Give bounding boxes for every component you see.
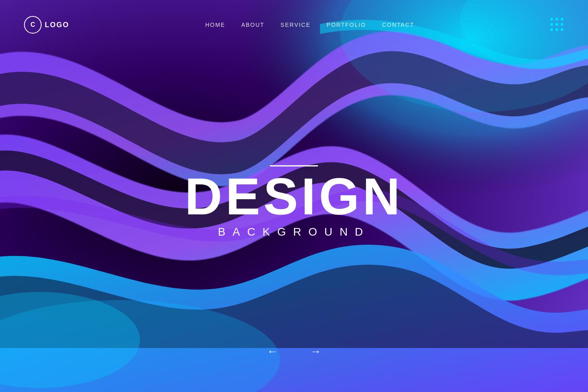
nav-links: HOME ABOUT SERVICE PORTFOLIO CONTACT — [205, 21, 414, 28]
dot-6 — [561, 23, 563, 26]
nav-item-contact[interactable]: CONTACT — [382, 21, 414, 28]
hero-section: C LOGO HOME ABOUT SERVICE PORTFOLIO CONT… — [0, 0, 588, 392]
nav-arrows: ← → — [263, 343, 325, 360]
nav-link-contact[interactable]: CONTACT — [382, 22, 414, 28]
nav-link-home[interactable]: HOME — [205, 22, 225, 28]
dot-3 — [561, 18, 563, 20]
logo-circle: C — [24, 16, 42, 34]
dot-1 — [550, 18, 553, 20]
dot-7 — [550, 28, 553, 31]
design-title: DESIGN — [185, 170, 403, 222]
nav-item-about[interactable]: ABOUT — [241, 21, 264, 28]
nav-link-portfolio[interactable]: PORTFOLIO — [327, 22, 366, 28]
dot-9 — [561, 28, 563, 31]
menu-dots-icon[interactable] — [550, 18, 564, 32]
logo-c-char: C — [30, 21, 35, 28]
logo-text: LOGO — [45, 21, 69, 29]
navbar: C LOGO HOME ABOUT SERVICE PORTFOLIO CONT… — [0, 0, 588, 50]
background-subtitle: BACKGROUND — [185, 226, 403, 238]
nav-link-service[interactable]: SERVICE — [280, 22, 310, 28]
nav-item-service[interactable]: SERVICE — [280, 21, 310, 28]
nav-item-home[interactable]: HOME — [205, 21, 225, 28]
dot-2 — [556, 18, 558, 20]
prev-arrow-button[interactable]: ← — [263, 343, 282, 360]
nav-item-portfolio[interactable]: PORTFOLIO — [327, 21, 366, 28]
dot-5 — [556, 23, 558, 26]
logo[interactable]: C LOGO — [24, 16, 69, 34]
design-overline — [270, 165, 318, 166]
hero-content: DESIGN BACKGROUND — [185, 165, 403, 238]
dot-8 — [556, 28, 558, 31]
nav-link-about[interactable]: ABOUT — [241, 22, 264, 28]
next-arrow-button[interactable]: → — [306, 343, 325, 360]
dot-4 — [550, 23, 553, 26]
